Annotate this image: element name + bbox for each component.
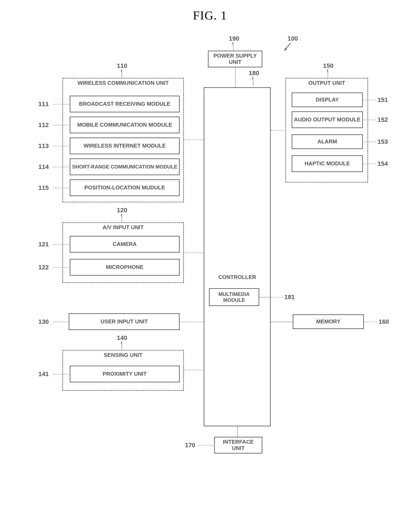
controller-label: CONTROLLER <box>218 274 256 281</box>
sensing-title: SENSING UNIT <box>62 352 184 358</box>
ref-170: 170 <box>185 442 195 449</box>
ref-112: 112 <box>38 121 49 128</box>
proximity-box: PROXIMITY UNIT <box>70 366 180 382</box>
ref-154: 154 <box>377 160 388 167</box>
controller-box: CONTROLLER <box>204 87 271 426</box>
ref-110: 110 <box>117 62 127 69</box>
mobilecomm-box: MOBILE COMMUNICATION MODULE <box>70 117 180 133</box>
haptic-box: HAPTIC MODULE <box>292 155 363 172</box>
output-title: OUTPUT UNIT <box>285 80 368 86</box>
ref-115: 115 <box>38 184 49 191</box>
ref-153: 153 <box>377 138 388 145</box>
ref-160: 160 <box>379 318 389 325</box>
broadcast-box: BROADCAST RECEIVING MODULE <box>70 96 180 112</box>
ref-150: 150 <box>323 62 334 69</box>
hook-140-icon <box>120 341 123 350</box>
ref-140: 140 <box>117 334 127 341</box>
multimedia-box: MULTIMEDIA MODULE <box>209 288 259 306</box>
alarm-box: ALARM <box>292 134 363 149</box>
ref-152: 152 <box>377 116 388 123</box>
microphone-box: MICROPHONE <box>70 259 180 276</box>
audio-output-box: AUDIO OUTPUT MODULE <box>292 111 363 128</box>
hook-180-icon <box>252 77 254 87</box>
hook-150-icon <box>327 69 329 78</box>
position-box: POSITION-LOCATION MUDULE <box>70 179 180 196</box>
memory-box: MEMORY <box>293 314 364 329</box>
ref-111: 111 <box>38 100 49 108</box>
ref-190: 190 <box>229 35 239 42</box>
ref-141: 141 <box>38 370 49 377</box>
ref-180: 180 <box>249 69 259 77</box>
block-diagram: 100 190 POWER SUPPLY UNIT 180 CONTROLLER… <box>32 35 388 474</box>
interface-box: INTERFACE UNIT <box>214 437 262 453</box>
user-input-box: USER INPUT UNIT <box>69 313 180 330</box>
power-supply-box: POWER SUPPLY UNIT <box>208 51 262 67</box>
camera-box: CAMERA <box>70 236 180 253</box>
ref-120: 120 <box>117 207 127 214</box>
arrow-100-icon <box>282 41 295 54</box>
ref-181: 181 <box>284 293 295 301</box>
short-range-box: SHORT-RANGE COMMUNICATION MODULE <box>70 158 180 175</box>
hook-120-icon <box>120 214 123 222</box>
ref-151: 151 <box>377 96 388 104</box>
ref-114: 114 <box>38 163 49 170</box>
ref-130: 130 <box>38 318 49 325</box>
wireless-comm-title: WIRELESS COMMUNICATION UNIT <box>62 80 184 86</box>
ref-121: 121 <box>38 241 49 248</box>
display-box: DISPLAY <box>292 93 363 107</box>
ref-100: 100 <box>287 35 298 42</box>
wireless-internet-box: WIRELESS INTERNET MODULE <box>70 138 180 154</box>
hook-110-icon <box>120 69 123 78</box>
av-input-title: A/V INPUT UNIT <box>62 224 184 231</box>
figure-title: FIG. 1 <box>8 8 412 22</box>
ref-113: 113 <box>38 142 49 149</box>
ref-122: 122 <box>38 264 49 271</box>
